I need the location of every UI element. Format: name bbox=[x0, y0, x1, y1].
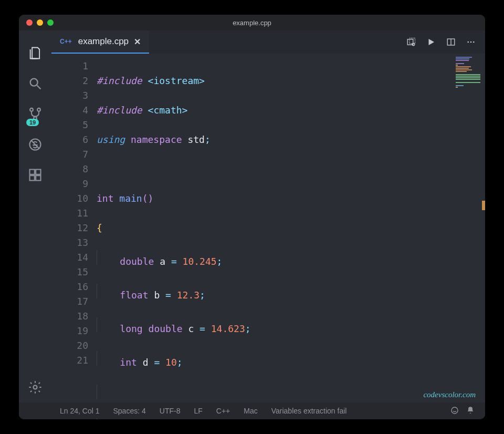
split-editor-icon[interactable] bbox=[446, 37, 456, 47]
svg-rect-9 bbox=[30, 175, 35, 180]
svg-rect-10 bbox=[36, 175, 40, 180]
titlebar[interactable]: example.cpp bbox=[19, 15, 485, 30]
run-icon[interactable] bbox=[426, 37, 436, 47]
editor-window: example.cpp 19 bbox=[19, 15, 485, 419]
status-cursor-position[interactable]: Ln 24, Col 1 bbox=[60, 407, 100, 415]
compare-icon[interactable] bbox=[406, 37, 416, 47]
svg-rect-13 bbox=[410, 38, 415, 44]
source-control-icon[interactable]: 19 bbox=[19, 99, 51, 129]
extensions-icon[interactable] bbox=[19, 160, 51, 190]
code-content[interactable]: #include <iostream> #include <cmath> usi… bbox=[97, 54, 485, 402]
tab-example-cpp[interactable]: C++ example.cpp ✕ bbox=[51, 30, 149, 54]
debug-disabled-icon[interactable] bbox=[19, 129, 51, 160]
svg-point-0 bbox=[30, 79, 38, 86]
line-number-gutter: 1 2 3 4 5 6 7 8 9 10 11 12 13 14 15 16 1 bbox=[51, 54, 97, 402]
svg-point-11 bbox=[34, 386, 37, 389]
svg-point-18 bbox=[470, 42, 472, 43]
tab-filename: example.cpp bbox=[78, 36, 129, 47]
svg-point-19 bbox=[473, 42, 475, 43]
more-actions-icon[interactable] bbox=[466, 37, 476, 47]
svg-point-17 bbox=[467, 42, 469, 43]
activity-bar: 19 bbox=[19, 30, 51, 402]
search-icon[interactable] bbox=[19, 68, 51, 99]
svg-point-3 bbox=[37, 108, 40, 111]
svg-line-1 bbox=[37, 86, 41, 89]
explorer-icon[interactable] bbox=[19, 38, 51, 68]
scroll-marker bbox=[482, 201, 485, 210]
window-title: example.cpp bbox=[19, 19, 485, 27]
editor-area[interactable]: 1 2 3 4 5 6 7 8 9 10 11 12 13 14 15 16 1 bbox=[51, 54, 485, 402]
svg-point-2 bbox=[30, 108, 33, 111]
watermark: codevscolor.com bbox=[423, 390, 476, 399]
tab-bar: C++ example.cpp ✕ bbox=[51, 30, 485, 54]
editor-body: 19 C++ example.cpp ✕ bbox=[19, 30, 485, 402]
editor-actions bbox=[406, 30, 485, 54]
tab-language-badge: C++ bbox=[60, 38, 72, 45]
scm-badge: 19 bbox=[26, 119, 39, 126]
svg-rect-8 bbox=[36, 170, 40, 174]
minimap[interactable] bbox=[456, 57, 483, 85]
settings-gear-icon[interactable] bbox=[19, 372, 51, 402]
editor-main: C++ example.cpp ✕ 1 2 3 4 5 bbox=[51, 30, 485, 402]
svg-rect-7 bbox=[30, 170, 35, 174]
tab-close-icon[interactable]: ✕ bbox=[134, 37, 141, 47]
